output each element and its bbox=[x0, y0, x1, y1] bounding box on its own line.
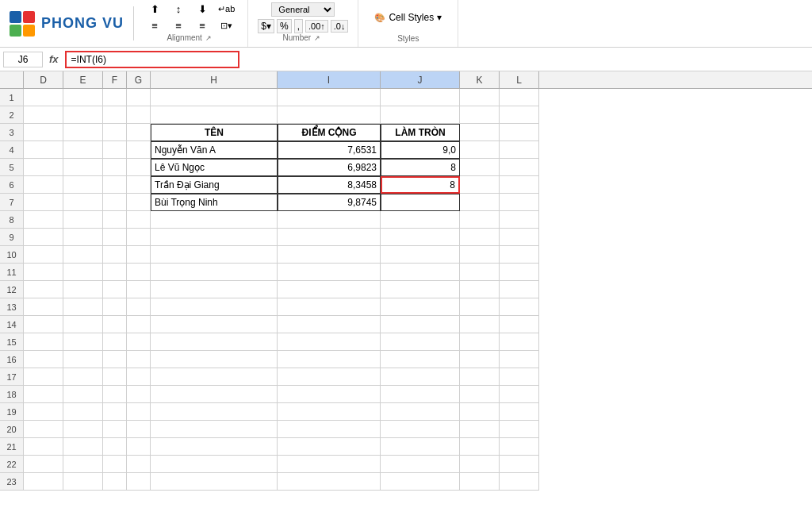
cell-i12[interactable] bbox=[278, 281, 381, 298]
cell-e10[interactable] bbox=[63, 246, 103, 264]
cell-h20[interactable] bbox=[151, 421, 278, 438]
cell-l8[interactable] bbox=[500, 211, 539, 229]
formula-input[interactable] bbox=[65, 51, 239, 68]
cell-f14[interactable] bbox=[103, 316, 127, 333]
cell-g8[interactable] bbox=[127, 211, 151, 229]
align-bottom-btn[interactable]: ⬇ bbox=[191, 2, 213, 17]
cell-j4[interactable]: 9,0 bbox=[381, 141, 460, 159]
cell-f8[interactable] bbox=[103, 211, 127, 229]
cell-f5[interactable] bbox=[103, 159, 127, 176]
wrap-text-btn[interactable]: ↵ab bbox=[215, 2, 238, 17]
cell-i10[interactable] bbox=[278, 246, 381, 264]
cell-f2[interactable] bbox=[103, 106, 127, 124]
cell-j8[interactable] bbox=[381, 211, 460, 229]
cell-g23[interactable] bbox=[127, 473, 151, 491]
cell-h9[interactable] bbox=[151, 229, 278, 246]
cell-f17[interactable] bbox=[103, 368, 127, 386]
cell-k6[interactable] bbox=[460, 176, 500, 194]
cell-d15[interactable] bbox=[24, 333, 63, 351]
cell-e2[interactable] bbox=[63, 106, 103, 124]
cell-d22[interactable] bbox=[24, 456, 63, 473]
cell-k5[interactable] bbox=[460, 159, 500, 176]
cell-f3[interactable] bbox=[103, 124, 127, 141]
cell-k18[interactable] bbox=[460, 386, 500, 403]
cell-e23[interactable] bbox=[63, 473, 103, 491]
cell-e4[interactable] bbox=[63, 141, 103, 159]
number-format-select[interactable]: General Number Currency bbox=[271, 2, 335, 17]
cell-f1[interactable] bbox=[103, 89, 127, 106]
cell-d19[interactable] bbox=[24, 403, 63, 421]
cell-f19[interactable] bbox=[103, 403, 127, 421]
cell-g18[interactable] bbox=[127, 386, 151, 403]
cell-g10[interactable] bbox=[127, 246, 151, 264]
cell-k17[interactable] bbox=[460, 368, 500, 386]
cell-i18[interactable] bbox=[278, 386, 381, 403]
cell-f21[interactable] bbox=[103, 438, 127, 456]
cell-f16[interactable] bbox=[103, 351, 127, 368]
cell-i20[interactable] bbox=[278, 421, 381, 438]
cell-d9[interactable] bbox=[24, 229, 63, 246]
increase-decimal-btn[interactable]: .00↑ bbox=[305, 20, 328, 33]
cell-h13[interactable] bbox=[151, 298, 278, 316]
cell-i15[interactable] bbox=[278, 333, 381, 351]
cell-d4[interactable] bbox=[24, 141, 63, 159]
cell-i7[interactable]: 9,8745 bbox=[278, 194, 381, 211]
cell-l4[interactable] bbox=[500, 141, 539, 159]
align-top-btn[interactable]: ⬆ bbox=[144, 2, 166, 17]
cell-d13[interactable] bbox=[24, 298, 63, 316]
col-header-i[interactable]: I bbox=[278, 71, 381, 88]
col-header-h[interactable]: H bbox=[151, 71, 278, 88]
cell-d8[interactable] bbox=[24, 211, 63, 229]
cell-l17[interactable] bbox=[500, 368, 539, 386]
cell-i2[interactable] bbox=[278, 106, 381, 124]
cell-k8[interactable] bbox=[460, 211, 500, 229]
cell-d12[interactable] bbox=[24, 281, 63, 298]
cell-g17[interactable] bbox=[127, 368, 151, 386]
cell-k2[interactable] bbox=[460, 106, 500, 124]
cell-j20[interactable] bbox=[381, 421, 460, 438]
cell-h18[interactable] bbox=[151, 386, 278, 403]
cell-i14[interactable] bbox=[278, 316, 381, 333]
cell-j22[interactable] bbox=[381, 456, 460, 473]
cell-g11[interactable] bbox=[127, 264, 151, 281]
cell-k14[interactable] bbox=[460, 316, 500, 333]
cell-d10[interactable] bbox=[24, 246, 63, 264]
cell-i22[interactable] bbox=[278, 456, 381, 473]
cell-f7[interactable] bbox=[103, 194, 127, 211]
cell-j16[interactable] bbox=[381, 351, 460, 368]
align-middle-btn[interactable]: ↕ bbox=[167, 2, 190, 17]
cell-e21[interactable] bbox=[63, 438, 103, 456]
cell-i21[interactable] bbox=[278, 438, 381, 456]
cell-l10[interactable] bbox=[500, 246, 539, 264]
cell-d3[interactable] bbox=[24, 124, 63, 141]
cell-g21[interactable] bbox=[127, 438, 151, 456]
cell-g2[interactable] bbox=[127, 106, 151, 124]
cell-h4[interactable]: Nguyễn Văn A bbox=[151, 141, 278, 159]
cell-j7[interactable] bbox=[381, 194, 460, 211]
cell-e9[interactable] bbox=[63, 229, 103, 246]
cell-j11[interactable] bbox=[381, 264, 460, 281]
cell-i6[interactable]: 8,3458 bbox=[278, 176, 381, 194]
cell-d11[interactable] bbox=[24, 264, 63, 281]
cell-h14[interactable] bbox=[151, 316, 278, 333]
cell-e5[interactable] bbox=[63, 159, 103, 176]
cell-k15[interactable] bbox=[460, 333, 500, 351]
cell-d14[interactable] bbox=[24, 316, 63, 333]
alignment-dialog-launcher[interactable]: ↗ bbox=[205, 34, 215, 44]
cell-d7[interactable] bbox=[24, 194, 63, 211]
cell-h16[interactable] bbox=[151, 351, 278, 368]
cell-h3-ten[interactable]: TÊN bbox=[151, 124, 278, 141]
cell-h5[interactable]: Lê Vũ Ngọc bbox=[151, 159, 278, 176]
cell-j10[interactable] bbox=[381, 246, 460, 264]
cell-e15[interactable] bbox=[63, 333, 103, 351]
cell-f22[interactable] bbox=[103, 456, 127, 473]
col-header-l[interactable]: L bbox=[500, 71, 539, 88]
cell-h15[interactable] bbox=[151, 333, 278, 351]
cell-l6[interactable] bbox=[500, 176, 539, 194]
cell-h6[interactable]: Trần Đại Giang bbox=[151, 176, 278, 194]
cell-d1[interactable] bbox=[24, 89, 63, 106]
cell-d2[interactable] bbox=[24, 106, 63, 124]
cell-l19[interactable] bbox=[500, 403, 539, 421]
cell-g7[interactable] bbox=[127, 194, 151, 211]
cell-j5[interactable]: 8 bbox=[381, 159, 460, 176]
